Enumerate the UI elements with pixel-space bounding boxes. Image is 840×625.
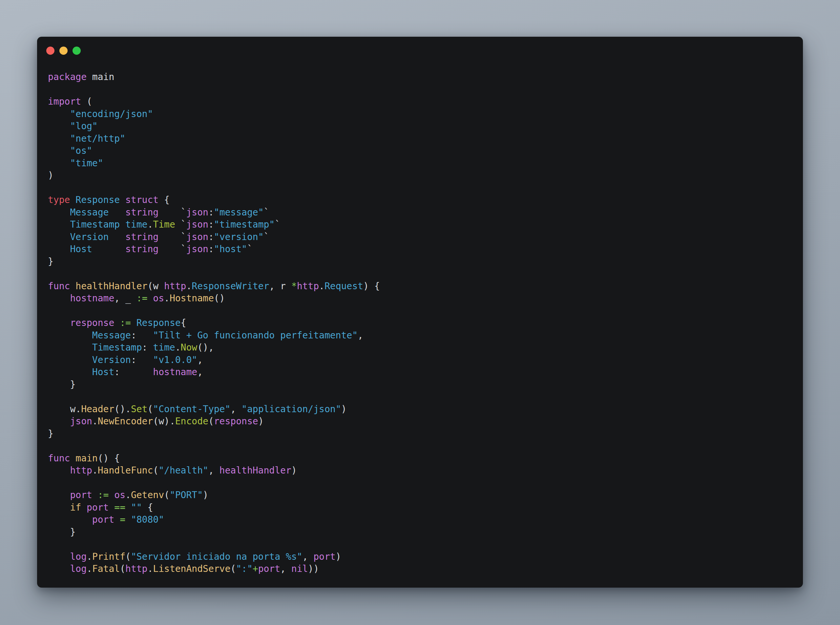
code-token: , xyxy=(280,563,291,574)
code-token xyxy=(120,194,125,205)
code-token: . xyxy=(319,281,324,292)
code-token: json xyxy=(186,244,208,255)
code-token: { xyxy=(142,502,153,513)
code-token: "PORT" xyxy=(170,490,203,501)
code-line: Version: "v1.0.0", xyxy=(48,354,795,366)
code-token: Getenv xyxy=(131,490,164,501)
code-line: "os" xyxy=(48,145,795,157)
code-token xyxy=(48,330,92,341)
code-token: Message xyxy=(70,207,109,218)
code-line xyxy=(48,267,795,280)
code-token xyxy=(48,145,70,156)
code-token: ( xyxy=(164,490,170,501)
code-token xyxy=(48,207,70,218)
code-token: hostname xyxy=(70,293,114,304)
code-token: * xyxy=(291,281,297,292)
minimize-button[interactable] xyxy=(59,47,68,55)
code-token: Now xyxy=(181,342,198,353)
code-line: func healthHandler(w http.ResponseWriter… xyxy=(48,280,795,292)
code-token xyxy=(125,514,131,525)
code-token: , xyxy=(197,354,203,365)
code-token: log xyxy=(70,563,87,574)
code-token: } xyxy=(48,379,75,390)
code-token: . xyxy=(92,416,98,427)
code-token xyxy=(109,232,125,243)
code-token: ) xyxy=(258,416,264,427)
code-line: func main() { xyxy=(48,452,795,465)
code-token xyxy=(48,367,92,378)
code-token: (w). xyxy=(153,416,175,427)
code-line: Message: "Tilt + Go funcionando perfeita… xyxy=(48,329,795,342)
code-token xyxy=(48,219,70,230)
code-token: . xyxy=(147,563,153,574)
code-line: http.HandleFunc("/health", healthHandler… xyxy=(48,464,795,477)
code-token xyxy=(109,502,114,513)
code-token: Response xyxy=(137,317,181,328)
code-line: "time" xyxy=(48,157,795,169)
zoom-button[interactable] xyxy=(73,47,81,55)
code-token: type xyxy=(48,194,70,205)
code-token: ( xyxy=(230,563,236,574)
code-token xyxy=(114,514,120,525)
code-token xyxy=(48,317,70,328)
code-token: . xyxy=(175,342,181,353)
code-token xyxy=(48,465,70,476)
code-token: , xyxy=(197,367,203,378)
code-token: ) { xyxy=(363,281,380,292)
code-token xyxy=(70,194,75,205)
code-token xyxy=(48,514,92,525)
code-line xyxy=(48,477,795,489)
window-titlebar xyxy=(37,37,803,55)
code-token: ` xyxy=(175,219,186,230)
code-token: ) xyxy=(291,465,297,476)
code-token: : xyxy=(142,342,153,353)
code-token xyxy=(48,121,70,132)
code-token xyxy=(120,219,125,230)
code-token xyxy=(48,133,70,144)
code-token: "os" xyxy=(70,145,92,156)
code-token: "Tilt + Go funcionando perfeitamente" xyxy=(153,330,358,341)
code-token: os xyxy=(114,490,125,501)
code-token xyxy=(48,158,70,169)
code-token: NewEncoder xyxy=(98,416,153,427)
code-token xyxy=(48,490,70,501)
code-token: ( xyxy=(125,551,131,562)
code-token: Header xyxy=(81,404,114,415)
code-window: package main import ( "encoding/json" "l… xyxy=(37,37,803,588)
code-token: ":" xyxy=(236,563,252,574)
code-token: main xyxy=(75,453,97,464)
code-token: "encoding/json" xyxy=(70,109,153,119)
code-token: ( xyxy=(120,563,125,574)
code-token: : xyxy=(208,232,214,243)
code-token: ( xyxy=(208,416,214,427)
code-token: response xyxy=(214,416,258,427)
code-token: Message xyxy=(92,330,131,341)
code-token xyxy=(48,416,70,427)
code-token: os xyxy=(153,293,164,304)
code-token: Request xyxy=(324,281,363,292)
code-token: Set xyxy=(131,404,148,415)
code-token: . xyxy=(164,293,170,304)
code-token: "Content-Type" xyxy=(153,404,230,415)
code-token: : xyxy=(131,330,153,341)
code-token: "/health" xyxy=(159,465,208,476)
code-token xyxy=(81,502,87,513)
code-token: main xyxy=(87,72,114,82)
code-token: } xyxy=(48,428,53,439)
code-token: . xyxy=(87,563,92,574)
code-token xyxy=(131,317,137,328)
code-line: w.Header().Set("Content-Type", "applicat… xyxy=(48,403,795,415)
code-token: ` xyxy=(264,232,270,243)
code-line: hostname, _ := os.Hostname() xyxy=(48,292,795,305)
code-token: port xyxy=(313,551,335,562)
code-token: func xyxy=(48,453,70,464)
code-line: Host: hostname, xyxy=(48,366,795,378)
code-token: "timestamp" xyxy=(214,219,275,230)
close-button[interactable] xyxy=(46,47,55,55)
code-line: "encoding/json" xyxy=(48,108,795,120)
code-token: , r xyxy=(269,281,291,292)
code-line: log.Printf("Servidor iniciado na porta %… xyxy=(48,550,795,563)
code-token: time xyxy=(125,219,147,230)
code-token: nil xyxy=(291,563,308,574)
code-line: package main xyxy=(48,71,795,83)
